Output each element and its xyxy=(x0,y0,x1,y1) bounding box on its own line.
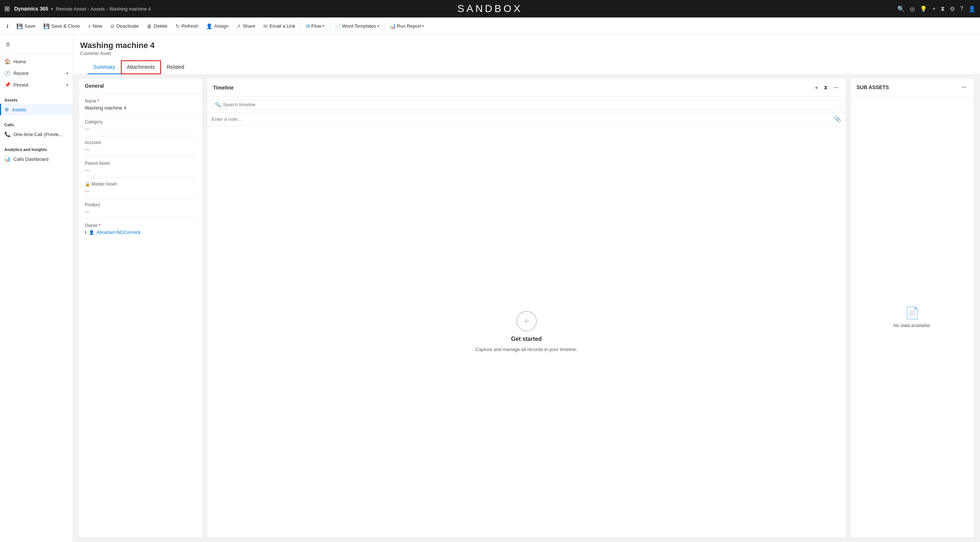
timeline-header-actions: + ⧗ ⋯ xyxy=(814,83,840,92)
deactivate-button[interactable]: ⊘ Deactivate xyxy=(107,21,142,31)
run-report-icon: 📊 xyxy=(390,23,396,29)
timeline-empty-subtitle: Capture and manage all records in your t… xyxy=(475,347,577,352)
save-close-button[interactable]: 💾 Save & Close xyxy=(40,21,84,31)
record-header: Washing machine 4 Customer Asset Summary… xyxy=(73,35,980,74)
sidebar-item-home-label: Home xyxy=(13,59,26,64)
breadcrumb-assets[interactable]: Assets xyxy=(91,6,105,12)
tab-related[interactable]: Related xyxy=(161,60,190,74)
field-account: Account --- xyxy=(85,138,196,155)
field-master-asset-value[interactable]: --- xyxy=(85,187,196,194)
timeline-search-box[interactable]: 🔍 xyxy=(212,100,841,109)
field-name-label: Name* xyxy=(85,98,196,104)
timeline-empty-state: + Get started Capture and manage all rec… xyxy=(207,126,846,537)
lightbulb-icon[interactable]: 💡 xyxy=(920,5,927,13)
share-button[interactable]: ↗ Share xyxy=(233,21,259,31)
separator-1 xyxy=(301,22,301,30)
sidebar-menu-button[interactable]: ☰ xyxy=(2,38,14,51)
flow-button[interactable]: ⟳ Flow ▾ xyxy=(302,21,328,31)
refresh-button[interactable]: ↻ Refresh xyxy=(172,21,202,31)
sub-assets-panel-title: SUB ASSETS xyxy=(856,84,889,90)
field-parent-asset-label: Parent Asset xyxy=(85,161,196,166)
calls-dashboard-icon: 📊 xyxy=(4,156,11,162)
timeline-search-input[interactable] xyxy=(223,102,838,107)
owner-user-icon: 👤 xyxy=(89,230,94,235)
tab-attachments[interactable]: Attachments xyxy=(121,60,161,74)
sidebar-item-assets[interactable]: ⚙ Assets xyxy=(0,104,72,115)
field-owner-value[interactable]: ℹ 👤 Abraham McCormick xyxy=(85,229,196,236)
sidebar-nav-section: 🏠 Home 🕐 Recent ▾ 📌 Pinned ▾ xyxy=(0,54,72,92)
info-button[interactable]: ℹ xyxy=(3,21,12,31)
sub-assets-more-button[interactable]: ⋯ xyxy=(960,83,968,92)
field-account-value[interactable]: --- xyxy=(85,146,196,153)
general-panel: General Name* Washing machine 4 Category… xyxy=(79,78,202,538)
filter-icon[interactable]: ⧗ xyxy=(941,5,945,12)
field-category: Category --- xyxy=(85,117,196,135)
save-button[interactable]: 💾 Save xyxy=(13,21,39,31)
recent-icon: 🕐 xyxy=(4,70,11,76)
paperclip-icon[interactable]: 📎 xyxy=(834,116,841,123)
email-button[interactable]: ✉ Email a Link xyxy=(260,21,299,31)
field-product-label: Product xyxy=(85,202,196,208)
search-icon[interactable]: 🔍 xyxy=(897,5,905,13)
sandbox-title: SANDBOX xyxy=(457,3,523,14)
document-icon: 📄 xyxy=(905,306,920,320)
tab-summary[interactable]: Summary xyxy=(88,60,121,74)
sub-assets-empty-state: 📄 No data available. xyxy=(851,97,974,537)
waffle-icon[interactable]: ⊞ xyxy=(4,5,10,13)
sidebar-item-one-time-call[interactable]: 📞 One-time Call (Previe... xyxy=(0,128,72,140)
sidebar-item-pinned[interactable]: 📌 Pinned ▾ xyxy=(0,79,72,90)
field-name: Name* Washing machine 4 xyxy=(85,97,196,114)
sidebar-item-calls-dashboard[interactable]: 📊 Calls Dashboard xyxy=(0,153,72,165)
user-icon[interactable]: 👤 xyxy=(968,5,976,13)
word-templates-icon: 📄 xyxy=(335,23,341,29)
sidebar-item-one-time-call-label: One-time Call (Previe... xyxy=(13,132,63,137)
timeline-filter-button[interactable]: ⧗ xyxy=(822,83,829,92)
sidebar-assets-header: Assets xyxy=(0,94,72,104)
separator-3 xyxy=(384,22,385,30)
timeline-more-button[interactable]: ⋯ xyxy=(832,83,840,92)
field-category-value[interactable]: --- xyxy=(85,125,196,132)
record-body: General Name* Washing machine 4 Category… xyxy=(73,74,980,542)
sidebar-calls-header: Calls xyxy=(0,118,72,128)
pinned-icon: 📌 xyxy=(4,82,11,88)
tab-bar: Summary Attachments Related xyxy=(80,60,973,74)
toolbar: ℹ 💾 Save 💾 Save & Close + New ⊘ Deactiva… xyxy=(0,17,980,35)
sidebar-assets-section: Assets ⚙ Assets xyxy=(0,92,72,117)
sidebar-item-recent[interactable]: 🕐 Recent ▾ xyxy=(0,67,72,79)
app-chevron-icon[interactable]: ▾ xyxy=(51,7,53,11)
sidebar-item-recent-label: Recent xyxy=(13,71,29,76)
sidebar-item-home[interactable]: 🏠 Home xyxy=(0,55,72,67)
field-name-value[interactable]: Washing machine 4 xyxy=(85,105,196,111)
timeline-add-button[interactable]: + xyxy=(814,83,819,92)
settings-icon[interactable]: ⚙ xyxy=(950,5,955,13)
breadcrumb-module[interactable]: Remote Assist xyxy=(56,6,86,12)
timeline-search-icon: 🔍 xyxy=(215,102,221,107)
deactivate-icon: ⊘ xyxy=(110,23,115,29)
field-product-value[interactable]: --- xyxy=(85,208,196,215)
app-title[interactable]: Dynamics 365 xyxy=(14,6,48,12)
field-parent-asset-value[interactable]: --- xyxy=(85,166,196,174)
breadcrumb-record[interactable]: Washing machine 4 xyxy=(109,6,151,12)
word-templates-button[interactable]: 📄 Word Templates ▾ xyxy=(331,21,382,31)
timeline-empty-title: Get started xyxy=(511,336,541,342)
share-icon: ↗ xyxy=(236,23,241,29)
assign-button[interactable]: 👤 Assign xyxy=(202,21,232,31)
field-owner-label: Owner* xyxy=(85,223,196,228)
recent-chevron-icon: ▾ xyxy=(66,71,68,75)
field-master-asset-label: 🔒 Master Asset xyxy=(85,182,196,187)
general-form: Name* Washing machine 4 Category --- Acc… xyxy=(79,94,202,241)
delete-button[interactable]: 🗑 Delete xyxy=(143,21,171,31)
plus-icon[interactable]: + xyxy=(932,5,935,12)
help-icon[interactable]: ? xyxy=(960,5,963,12)
refresh-icon: ↻ xyxy=(175,23,180,29)
delete-icon: 🗑 xyxy=(147,23,152,29)
note-input-area[interactable]: 📎 xyxy=(207,113,846,126)
separator-2 xyxy=(329,22,329,30)
target-icon[interactable]: ◎ xyxy=(910,5,915,13)
one-time-call-icon: 📞 xyxy=(4,131,11,137)
sub-assets-panel-header: SUB ASSETS ⋯ xyxy=(851,79,974,97)
run-report-button[interactable]: 📊 Run Report ▾ xyxy=(386,21,428,31)
info-icon: ℹ xyxy=(6,23,8,29)
new-button[interactable]: + New xyxy=(84,21,106,31)
note-input[interactable] xyxy=(212,116,834,122)
